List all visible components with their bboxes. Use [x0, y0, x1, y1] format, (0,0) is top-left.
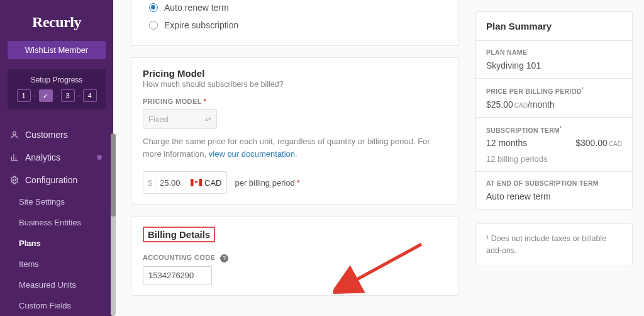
pricing-model-card: Pricing Model How much should subscriber… [131, 57, 459, 205]
subnav-measured-units[interactable]: Measured Units [19, 274, 113, 295]
nav-item-configuration[interactable]: Configuration [0, 169, 113, 191]
user-icon [10, 130, 19, 139]
radio-label: Expire subscription [164, 20, 238, 30]
radio-expire[interactable]: Expire subscription [143, 18, 447, 35]
content-column: Auto renew term Expire subscription Pric… [131, 0, 459, 307]
accounting-code-input[interactable] [143, 266, 212, 285]
brand-logo: Recurly [0, 0, 113, 41]
nav-label: Customers [25, 130, 68, 140]
summary-label: PRICE PER BILLING PERIOD¹ [486, 86, 622, 95]
pricing-model-label: PRICING MODEL* [143, 98, 447, 105]
primary-nav: Customers Analytics Configuration Site S… [0, 123, 113, 316]
summary-term: SUBSCRIPTION TERM¹ 12 months $300.00CAD … [476, 118, 632, 172]
currency-selector[interactable]: CAD [185, 172, 226, 193]
sidebar-scrollbar[interactable] [111, 133, 116, 316]
gear-icon [10, 176, 19, 184]
summary-column: Plan Summary PLAN NAME Skydiving 101 PRI… [475, 11, 633, 266]
nav-item-customers[interactable]: Customers [0, 123, 113, 146]
setup-progress-box: Setup Progress 1 ✓ 3 4 [8, 69, 106, 110]
radio-icon [149, 21, 158, 30]
summary-label: AT END OF SUBSCRIPTION TERM [486, 179, 622, 187]
summary-term-value: 12 months [486, 138, 527, 148]
wishlist-member-button[interactable]: WishList Member [8, 41, 106, 59]
radio-label: Auto renew term [164, 3, 229, 13]
subnav-custom-fields[interactable]: Custom Fields [19, 295, 113, 316]
documentation-link[interactable]: view our documentation [209, 149, 295, 159]
progress-step-separator [77, 96, 80, 96]
subnav-plans[interactable]: Plans [19, 233, 113, 254]
subnav-business-entities[interactable]: Business Entities [19, 212, 113, 233]
nav-label: Analytics [25, 152, 60, 162]
svg-point-1 [13, 179, 16, 181]
summary-label: SUBSCRIPTION TERM¹ [486, 125, 622, 134]
radio-icon [149, 3, 158, 12]
pricing-model-select[interactable]: Fixed ▴▾ [143, 109, 217, 129]
billing-details-heading: Billing Details [143, 227, 215, 242]
scrollbar-thumb[interactable] [111, 133, 116, 217]
progress-step-3[interactable]: 3 [61, 89, 75, 102]
pricing-description: Charge the same price for each unit, reg… [143, 135, 447, 160]
bar-chart-icon [10, 153, 19, 162]
subnav-items[interactable]: Items [19, 254, 113, 274]
svg-rect-4 [199, 179, 203, 186]
pricing-subheading: How much should subscribers be billed? [143, 80, 447, 89]
summary-plan-name: PLAN NAME Skydiving 101 [476, 41, 632, 79]
plan-summary-title: Plan Summary [476, 12, 632, 41]
progress-step-separator [33, 96, 36, 96]
progress-step-4[interactable]: 4 [83, 89, 97, 102]
accounting-code-label: ACCOUNTING CODE [143, 254, 215, 261]
setup-progress-steps: 1 ✓ 3 4 [11, 89, 102, 102]
subnav-site-settings[interactable]: Site Settings [19, 191, 113, 212]
price-row: $ CAD per billing period* [143, 171, 447, 194]
term-card: Auto renew term Expire subscription [131, 0, 459, 46]
nav-item-analytics[interactable]: Analytics [0, 146, 113, 169]
canada-flag-icon [191, 179, 202, 186]
svg-point-0 [13, 132, 16, 135]
summary-label: PLAN NAME [486, 48, 622, 56]
summary-value: Skydiving 101 [486, 60, 622, 71]
main-area: Auto renew term Expire subscription Pric… [119, 0, 644, 316]
summary-value: Auto renew term [486, 191, 622, 201]
billing-details-card: Billing Details ACCOUNTING CODE ? [131, 216, 459, 296]
price-input-group: $ CAD [143, 171, 227, 194]
per-billing-label: per billing period* [235, 178, 299, 188]
progress-step-1[interactable]: 1 [17, 89, 31, 102]
summary-term-total: $300.00CAD [575, 138, 622, 148]
configuration-subnav: Site Settings Business Entities Plans It… [0, 191, 113, 316]
sidebar: Recurly WishList Member Setup Progress 1… [0, 0, 113, 316]
svg-rect-3 [191, 179, 194, 186]
summary-price: PRICE PER BILLING PERIOD¹ $25.00CAD/mont… [476, 79, 632, 118]
help-icon[interactable]: ? [220, 254, 228, 262]
pricing-heading: Pricing Model [143, 68, 447, 79]
summary-value: $25.00CAD/month [486, 99, 622, 110]
radio-auto-renew[interactable]: Auto renew term [143, 0, 447, 18]
plan-summary-card: Plan Summary PLAN NAME Skydiving 101 PRI… [475, 11, 633, 210]
select-value: Fixed [148, 115, 169, 124]
currency-code: CAD [204, 178, 221, 188]
setup-progress-title: Setup Progress [11, 76, 102, 84]
progress-step-2[interactable]: ✓ [39, 89, 53, 102]
summary-term-note: 12 billing periods [486, 154, 622, 164]
progress-step-separator [55, 96, 58, 96]
chevron-updown-icon: ▴▾ [205, 116, 211, 122]
summary-end-of-term: AT END OF SUBSCRIPTION TERM Auto renew t… [476, 172, 632, 209]
currency-symbol: $ [143, 172, 157, 193]
notification-dot-icon [97, 155, 102, 160]
summary-footnote: ¹ Does not include taxes or billable add… [475, 223, 633, 266]
price-amount-input[interactable] [157, 178, 185, 188]
nav-label: Configuration [25, 175, 77, 185]
